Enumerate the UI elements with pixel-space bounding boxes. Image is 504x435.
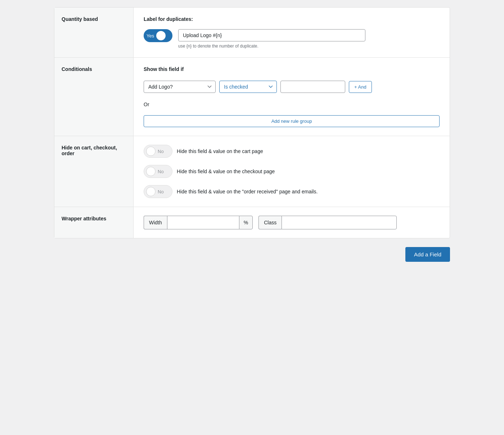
hide-on-cart-content: No Hide this field & value on the cart p… bbox=[134, 136, 450, 207]
width-label: Width bbox=[144, 216, 167, 229]
hide-order-toggle[interactable]: No bbox=[144, 185, 172, 198]
toggle-no-label-1: No bbox=[158, 149, 164, 154]
quantity-toggle[interactable]: Yes bbox=[144, 29, 172, 42]
label-input-section: use {n} to denote the number of duplicat… bbox=[178, 29, 440, 49]
conditionals-label: Conditionals bbox=[54, 58, 134, 136]
conditionals-section: Show this field if Add Logo? Is checked … bbox=[144, 66, 440, 127]
add-field-button[interactable]: Add a Field bbox=[405, 247, 450, 262]
field-select[interactable]: Add Logo? bbox=[144, 81, 216, 93]
quantity-based-row: Quantity based Label for duplicates: Yes… bbox=[54, 8, 450, 58]
condition-select[interactable]: Is checked bbox=[219, 81, 277, 93]
show-field-title: Show this field if bbox=[144, 66, 440, 72]
hide-checkout-toggle[interactable]: No bbox=[144, 165, 172, 178]
toggle-no-label-2: No bbox=[158, 169, 164, 174]
hide-cart-toggle[interactable]: No bbox=[144, 145, 172, 158]
hide-checkout-text: Hide this field & value on the checkout … bbox=[177, 169, 275, 174]
or-label: Or bbox=[144, 102, 440, 107]
percent-label: % bbox=[239, 216, 253, 229]
hide-on-cart-label: Hide on cart, checkout, order bbox=[54, 136, 134, 207]
toggle-off-circle-3 bbox=[146, 187, 156, 196]
wrapper-attributes-content: Width % Class bbox=[134, 207, 450, 238]
conditionals-row: Conditionals Show this field if Add Logo… bbox=[54, 58, 450, 136]
main-container: Quantity based Label for duplicates: Yes… bbox=[54, 7, 450, 238]
condition-value-input[interactable] bbox=[280, 81, 345, 93]
hide-options: No Hide this field & value on the cart p… bbox=[144, 145, 440, 198]
hide-on-cart-row: Hide on cart, checkout, order No Hide th… bbox=[54, 136, 450, 207]
toggle-and-input: Yes use {n} to denote the number of dupl… bbox=[144, 29, 440, 49]
condition-row: Add Logo? Is checked + And bbox=[144, 81, 440, 93]
class-label: Class bbox=[258, 216, 282, 229]
toggle-circle bbox=[156, 31, 166, 40]
quantity-based-content: Label for duplicates: Yes use {n} to den… bbox=[134, 8, 450, 57]
label-for-duplicates-title: Label for duplicates: bbox=[144, 16, 440, 22]
wrapper-attributes-label: Wrapper attributes bbox=[54, 207, 134, 238]
class-input[interactable] bbox=[282, 216, 397, 229]
wrapper-attrs: Width % Class bbox=[144, 216, 440, 229]
hide-option-cart: No Hide this field & value on the cart p… bbox=[144, 145, 440, 158]
toggle-off-circle-2 bbox=[146, 167, 156, 176]
toggle-no-label-3: No bbox=[158, 189, 164, 194]
hide-cart-text: Hide this field & value on the cart page bbox=[177, 148, 263, 154]
add-rule-group-button[interactable]: Add new rule group bbox=[144, 115, 440, 127]
hide-option-checkout: No Hide this field & value on the checko… bbox=[144, 165, 440, 178]
label-hint: use {n} to denote the number of duplicat… bbox=[178, 44, 440, 49]
width-input[interactable] bbox=[167, 216, 239, 229]
and-button[interactable]: + And bbox=[349, 81, 372, 93]
toggle-off-circle-1 bbox=[146, 147, 156, 156]
label-for-duplicates-input[interactable] bbox=[178, 29, 365, 41]
footer: Add a Field bbox=[54, 247, 450, 262]
conditionals-content: Show this field if Add Logo? Is checked … bbox=[134, 58, 450, 136]
hide-option-order: No Hide this field & value on the "order… bbox=[144, 185, 440, 198]
quantity-based-label: Quantity based bbox=[54, 8, 134, 57]
toggle-yes-label: Yes bbox=[145, 33, 154, 39]
hide-order-text: Hide this field & value on the "order re… bbox=[177, 189, 318, 194]
wrapper-attributes-row: Wrapper attributes Width % Class bbox=[54, 207, 450, 238]
